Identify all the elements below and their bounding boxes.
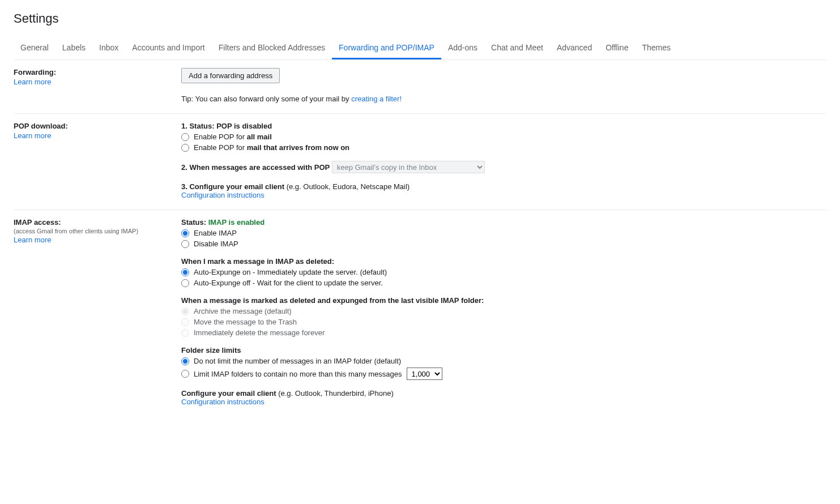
- imap-status-value: IMAP is enabled: [208, 218, 265, 227]
- imap-learn-more-link[interactable]: Learn more: [14, 236, 51, 244]
- tab-filters[interactable]: Filters and Blocked Addresses: [212, 37, 332, 59]
- tab-accounts-import[interactable]: Accounts and Import: [125, 37, 211, 59]
- forwarding-learn-more-link[interactable]: Learn more: [14, 78, 51, 86]
- imap-status-prefix: Status:: [181, 218, 208, 227]
- pop-config-instructions-link[interactable]: Configuration instructions: [181, 191, 265, 199]
- imap-access-sublabel: (access Gmail from other clients using I…: [14, 228, 172, 234]
- pop-status-prefix: 1. Status:: [181, 122, 216, 130]
- imap-limit-select[interactable]: 1,000: [407, 368, 442, 380]
- forwarding-tip: Tip: You can also forward only some of y…: [181, 95, 826, 103]
- imap-status-line: Status: IMAP is enabled: [181, 218, 826, 227]
- pop-opt1-bold: all mail: [247, 133, 272, 141]
- tab-forwarding-pop-imap[interactable]: Forwarding and POP/IMAP: [332, 37, 441, 59]
- tab-inbox[interactable]: Inbox: [92, 37, 125, 59]
- imap-delete-forever-label: Immediately delete the message forever: [194, 328, 325, 337]
- pop-enable-all-radio[interactable]: [181, 133, 189, 141]
- pop-enable-new-label[interactable]: Enable POP for mail that arrives from no…: [194, 143, 349, 152]
- imap-disable-radio[interactable]: [181, 240, 189, 248]
- pop-download-label: POP download:: [14, 122, 172, 130]
- imap-expunge-off-label[interactable]: Auto-Expunge off - Wait for the client t…: [194, 279, 383, 287]
- forwarding-tip-text: Tip: You can also forward only some of y…: [181, 95, 351, 103]
- add-forwarding-address-button[interactable]: Add a forwarding address: [181, 68, 280, 83]
- imap-enable-label[interactable]: Enable IMAP: [194, 229, 237, 237]
- pop-opt2-bold: mail that arrives from now on: [247, 143, 349, 152]
- imap-no-limit-label[interactable]: Do not limit the number of messages in a…: [194, 357, 401, 365]
- imap-deleted-heading: When I mark a message in IMAP as deleted…: [181, 257, 826, 266]
- imap-folder-heading: Folder size limits: [181, 346, 826, 354]
- forwarding-label: Forwarding:: [14, 68, 172, 76]
- pop-status-line: 1. Status: POP is disabled: [181, 122, 826, 130]
- page-title: Settings: [14, 11, 826, 26]
- imap-delete-forever-radio: [181, 329, 189, 337]
- imap-configure-line: Configure your email client (e.g. Outloo…: [181, 389, 826, 398]
- tab-offline[interactable]: Offline: [599, 37, 635, 59]
- tab-labels[interactable]: Labels: [56, 37, 92, 59]
- imap-limit-label[interactable]: Limit IMAP folders to contain no more th…: [194, 370, 402, 378]
- imap-disable-label[interactable]: Disable IMAP: [194, 240, 238, 248]
- tab-advanced[interactable]: Advanced: [550, 37, 599, 59]
- pop-access-select[interactable]: keep Gmail's copy in the Inbox: [332, 161, 485, 173]
- imap-config-instructions-link[interactable]: Configuration instructions: [181, 398, 265, 406]
- imap-access-label: IMAP access:: [14, 218, 172, 227]
- imap-archive-label: Archive the message (default): [194, 307, 292, 315]
- imap-expunge-off-radio[interactable]: [181, 279, 189, 287]
- pop-opt2-prefix: Enable POP for: [194, 143, 247, 152]
- imap-configure-paren: (e.g. Outlook, Thunderbird, iPhone): [278, 389, 394, 398]
- tab-chat-meet[interactable]: Chat and Meet: [484, 37, 550, 59]
- imap-limit-radio[interactable]: [181, 370, 189, 378]
- imap-enable-radio[interactable]: [181, 229, 189, 237]
- forwarding-section: Forwarding: Learn more Add a forwarding …: [14, 60, 826, 114]
- pop-configure-line: 3. Configure your email client (e.g. Out…: [181, 182, 826, 191]
- imap-expunge-on-label[interactable]: Auto-Expunge on - Immediately update the…: [194, 268, 387, 276]
- pop-configure-heading: 3. Configure your email client: [181, 182, 287, 191]
- pop-download-section: POP download: Learn more 1. Status: POP …: [14, 114, 826, 210]
- pop-enable-all-label[interactable]: Enable POP for all mail: [194, 133, 272, 141]
- imap-expunge-on-radio[interactable]: [181, 268, 189, 276]
- tab-themes[interactable]: Themes: [635, 37, 677, 59]
- imap-no-limit-radio[interactable]: [181, 357, 189, 365]
- pop-enable-new-radio[interactable]: [181, 144, 189, 152]
- creating-filter-link[interactable]: creating a filter!: [351, 95, 402, 103]
- tab-add-ons[interactable]: Add-ons: [441, 37, 484, 59]
- imap-trash-radio: [181, 318, 189, 326]
- imap-archive-radio: [181, 307, 189, 315]
- pop-access-heading: 2. When messages are accessed with POP: [181, 163, 332, 172]
- pop-learn-more-link[interactable]: Learn more: [14, 131, 51, 140]
- pop-configure-paren: (e.g. Outlook, Eudora, Netscape Mail): [287, 182, 410, 191]
- imap-access-section: IMAP access: (access Gmail from other cl…: [14, 210, 826, 416]
- imap-trash-label: Move the message to the Trash: [194, 318, 297, 326]
- pop-status-value: POP is disabled: [216, 122, 272, 130]
- settings-tabs: General Labels Inbox Accounts and Import…: [14, 37, 826, 60]
- pop-opt1-prefix: Enable POP for: [194, 133, 247, 141]
- tab-general[interactable]: General: [14, 37, 56, 59]
- imap-configure-heading: Configure your email client: [181, 389, 278, 398]
- imap-expunged-heading: When a message is marked as deleted and …: [181, 296, 826, 305]
